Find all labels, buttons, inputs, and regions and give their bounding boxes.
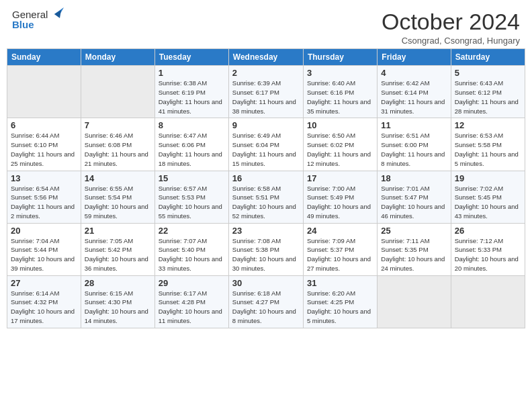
day-number: 30 [232, 278, 300, 288]
cal-cell: 31Sunrise: 6:20 AMSunset: 4:25 PMDayligh… [303, 275, 377, 328]
cal-cell: 29Sunrise: 6:17 AMSunset: 4:28 PMDayligh… [154, 275, 228, 328]
day-number: 26 [455, 226, 521, 236]
cal-cell: 5Sunrise: 6:43 AMSunset: 6:12 PMDaylight… [451, 66, 525, 118]
cal-cell: 18Sunrise: 7:01 AMSunset: 5:47 PMDayligh… [378, 171, 451, 223]
cal-cell: 25Sunrise: 7:11 AMSunset: 5:35 PMDayligh… [378, 223, 451, 275]
cell-info: Sunrise: 7:00 AMSunset: 5:49 PMDaylight:… [307, 184, 373, 221]
cell-info: Sunrise: 6:38 AMSunset: 6:19 PMDaylight:… [159, 79, 225, 116]
day-header-sunday: Sunday [7, 49, 81, 66]
cal-cell: 27Sunrise: 6:14 AMSunset: 4:32 PMDayligh… [7, 275, 81, 328]
day-number: 14 [85, 173, 151, 183]
day-header-saturday: Saturday [451, 49, 525, 66]
header: General Blue October 2024 Csongrad, Cson… [0, 0, 532, 48]
day-number: 8 [159, 120, 225, 130]
cell-info: Sunrise: 6:15 AMSunset: 4:30 PMDaylight:… [85, 289, 151, 326]
cal-cell: 21Sunrise: 7:05 AMSunset: 5:42 PMDayligh… [81, 223, 154, 275]
day-number: 28 [85, 278, 151, 288]
day-header-friday: Friday [378, 49, 451, 66]
cal-cell: 9Sunrise: 6:49 AMSunset: 6:04 PMDaylight… [228, 118, 303, 171]
day-number: 20 [11, 226, 77, 236]
cal-cell: 3Sunrise: 6:40 AMSunset: 6:16 PMDaylight… [303, 66, 377, 118]
cal-cell: 24Sunrise: 7:09 AMSunset: 5:37 PMDayligh… [303, 223, 377, 275]
week-row-5: 27Sunrise: 6:14 AMSunset: 4:32 PMDayligh… [7, 275, 525, 328]
day-number: 11 [381, 120, 447, 130]
title-block: October 2024 Csongrad, Csongrad, Hungary [382, 9, 520, 46]
logo-blue-text: Blue [12, 19, 34, 31]
day-header-wednesday: Wednesday [228, 49, 303, 66]
cell-info: Sunrise: 6:20 AMSunset: 4:25 PMDaylight:… [307, 289, 373, 326]
cell-info: Sunrise: 7:05 AMSunset: 5:42 PMDaylight:… [85, 236, 151, 273]
cell-info: Sunrise: 6:51 AMSunset: 6:00 PMDaylight:… [381, 131, 447, 168]
week-row-3: 13Sunrise: 6:54 AMSunset: 5:56 PMDayligh… [7, 171, 525, 223]
cell-info: Sunrise: 7:08 AMSunset: 5:38 PMDaylight:… [232, 236, 300, 273]
cal-cell [378, 275, 451, 328]
cell-info: Sunrise: 7:07 AMSunset: 5:40 PMDaylight:… [159, 236, 225, 273]
calendar-table: SundayMondayTuesdayWednesdayThursdayFrid… [7, 48, 525, 328]
cal-cell [7, 66, 81, 118]
day-number: 25 [381, 226, 447, 236]
day-header-row: SundayMondayTuesdayWednesdayThursdayFrid… [7, 49, 525, 66]
day-number: 27 [11, 278, 77, 288]
day-number: 15 [159, 173, 225, 183]
cal-cell: 8Sunrise: 6:47 AMSunset: 6:06 PMDaylight… [154, 118, 228, 171]
day-number: 21 [85, 226, 151, 236]
day-number: 6 [11, 120, 77, 130]
logo-bird-icon [49, 7, 64, 19]
day-number: 22 [159, 226, 225, 236]
cell-info: Sunrise: 6:57 AMSunset: 5:53 PMDaylight:… [159, 184, 225, 221]
day-number: 18 [381, 173, 447, 183]
cell-info: Sunrise: 6:47 AMSunset: 6:06 PMDaylight:… [159, 131, 225, 168]
cell-info: Sunrise: 7:09 AMSunset: 5:37 PMDaylight:… [307, 236, 373, 273]
cal-cell: 10Sunrise: 6:50 AMSunset: 6:02 PMDayligh… [303, 118, 377, 171]
cal-cell: 17Sunrise: 7:00 AMSunset: 5:49 PMDayligh… [303, 171, 377, 223]
cell-info: Sunrise: 7:11 AMSunset: 5:35 PMDaylight:… [381, 236, 447, 273]
cal-cell: 13Sunrise: 6:54 AMSunset: 5:56 PMDayligh… [7, 171, 81, 223]
cell-info: Sunrise: 6:50 AMSunset: 6:02 PMDaylight:… [307, 131, 373, 168]
week-row-1: 1Sunrise: 6:38 AMSunset: 6:19 PMDaylight… [7, 66, 525, 118]
cell-info: Sunrise: 6:44 AMSunset: 6:10 PMDaylight:… [11, 131, 77, 168]
cal-cell: 22Sunrise: 7:07 AMSunset: 5:40 PMDayligh… [154, 223, 228, 275]
cell-info: Sunrise: 6:49 AMSunset: 6:04 PMDaylight:… [232, 131, 300, 168]
cell-info: Sunrise: 6:17 AMSunset: 4:28 PMDaylight:… [159, 289, 225, 326]
cal-cell: 30Sunrise: 6:18 AMSunset: 4:27 PMDayligh… [228, 275, 303, 328]
cal-cell: 11Sunrise: 6:51 AMSunset: 6:00 PMDayligh… [378, 118, 451, 171]
day-number: 23 [232, 226, 300, 236]
day-header-tuesday: Tuesday [154, 49, 228, 66]
cal-cell: 19Sunrise: 7:02 AMSunset: 5:45 PMDayligh… [451, 171, 525, 223]
cell-info: Sunrise: 7:12 AMSunset: 5:33 PMDaylight:… [455, 236, 521, 273]
cal-cell [81, 66, 154, 118]
cal-cell: 20Sunrise: 7:04 AMSunset: 5:44 PMDayligh… [7, 223, 81, 275]
day-number: 17 [307, 173, 373, 183]
cal-cell: 1Sunrise: 6:38 AMSunset: 6:19 PMDaylight… [154, 66, 228, 118]
cell-info: Sunrise: 6:55 AMSunset: 5:54 PMDaylight:… [85, 184, 151, 221]
cal-cell: 4Sunrise: 6:42 AMSunset: 6:14 PMDaylight… [378, 66, 451, 118]
day-number: 13 [11, 173, 77, 183]
cal-cell: 6Sunrise: 6:44 AMSunset: 6:10 PMDaylight… [7, 118, 81, 171]
cal-cell: 15Sunrise: 6:57 AMSunset: 5:53 PMDayligh… [154, 171, 228, 223]
cal-cell: 23Sunrise: 7:08 AMSunset: 5:38 PMDayligh… [228, 223, 303, 275]
cell-info: Sunrise: 7:04 AMSunset: 5:44 PMDaylight:… [11, 236, 77, 273]
day-number: 16 [232, 173, 300, 183]
cal-cell: 28Sunrise: 6:15 AMSunset: 4:30 PMDayligh… [81, 275, 154, 328]
cell-info: Sunrise: 6:14 AMSunset: 4:32 PMDaylight:… [11, 289, 77, 326]
day-number: 29 [159, 278, 225, 288]
cal-cell: 2Sunrise: 6:39 AMSunset: 6:17 PMDaylight… [228, 66, 303, 118]
calendar-wrap: SundayMondayTuesdayWednesdayThursdayFrid… [0, 48, 532, 330]
cell-info: Sunrise: 6:40 AMSunset: 6:16 PMDaylight:… [307, 79, 373, 116]
cal-cell: 12Sunrise: 6:53 AMSunset: 5:58 PMDayligh… [451, 118, 525, 171]
cell-info: Sunrise: 6:46 AMSunset: 6:08 PMDaylight:… [85, 131, 151, 168]
cell-info: Sunrise: 6:58 AMSunset: 5:51 PMDaylight:… [232, 184, 300, 221]
day-number: 5 [455, 68, 521, 78]
day-number: 7 [85, 120, 151, 130]
cal-cell: 26Sunrise: 7:12 AMSunset: 5:33 PMDayligh… [451, 223, 525, 275]
svg-marker-1 [54, 10, 61, 18]
cell-info: Sunrise: 6:53 AMSunset: 5:58 PMDaylight:… [455, 131, 521, 168]
month-title: October 2024 [382, 9, 520, 34]
day-header-monday: Monday [81, 49, 154, 66]
cell-info: Sunrise: 6:18 AMSunset: 4:27 PMDaylight:… [232, 289, 300, 326]
day-number: 24 [307, 226, 373, 236]
day-number: 9 [232, 120, 300, 130]
day-header-thursday: Thursday [303, 49, 377, 66]
week-row-4: 20Sunrise: 7:04 AMSunset: 5:44 PMDayligh… [7, 223, 525, 275]
location: Csongrad, Csongrad, Hungary [382, 36, 520, 46]
